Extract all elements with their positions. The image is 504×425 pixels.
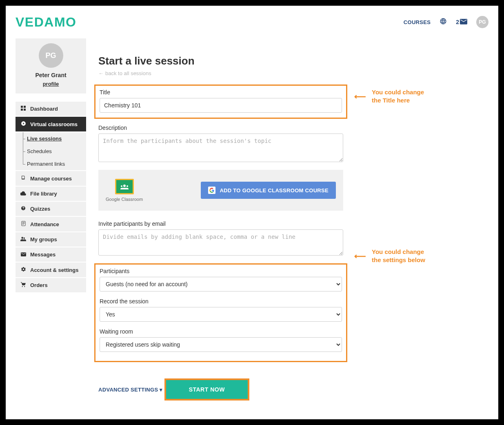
nav-virtual-classrooms[interactable]: Virtual classrooms [16, 117, 86, 132]
title-label: Title [100, 89, 342, 96]
nav-manage-courses[interactable]: Manage courses [16, 171, 86, 187]
settings-highlight: Participants Guests (no need for an acco… [94, 263, 347, 362]
mail-icon [460, 19, 467, 26]
cart-icon [20, 282, 26, 288]
invite-textarea[interactable] [98, 229, 343, 256]
main: Start a live session ← back to all sessi… [98, 38, 343, 401]
nav-quizzes[interactable]: Quizzes [16, 202, 86, 217]
nav-messages[interactable]: Messages [16, 247, 86, 263]
add-to-google-classroom-button[interactable]: ADD TO GOOGLE CLASSROOM COURSE [201, 182, 336, 199]
sub-nav: Live sessions Schedules Permanent links [16, 132, 86, 171]
mail-icon [20, 252, 26, 258]
svg-rect-2 [21, 109, 23, 111]
nav-attendance[interactable]: Attendance [16, 217, 86, 232]
topbar: VEDAMO COURSES 2 PG [16, 10, 488, 34]
user-avatar[interactable]: PG [476, 16, 488, 28]
svg-rect-0 [21, 106, 23, 108]
start-button-highlight: START NOW [164, 378, 249, 401]
nav: Dashboard Virtual classrooms Live sessio… [16, 102, 86, 293]
nav-label: Virtual classrooms [30, 121, 78, 127]
waiting-select[interactable]: Registered users skip waiting [100, 337, 342, 352]
sub-label: Permanent links [27, 161, 65, 167]
nav-orders[interactable]: Orders [16, 278, 86, 293]
caret-down-icon: ▾ [160, 387, 162, 393]
participants-select[interactable]: Guests (no need for an account) [100, 277, 342, 291]
sub-label: Schedules [27, 148, 52, 154]
description-textarea[interactable] [98, 134, 343, 162]
nav-label: Quizzes [30, 206, 50, 212]
nav-dashboard[interactable]: Dashboard [16, 102, 86, 117]
start-now-button[interactable]: START NOW [166, 380, 248, 399]
back-link[interactable]: ← back to all sessions [98, 70, 151, 76]
anno-line1: You could change [372, 88, 424, 96]
svg-point-8 [123, 185, 126, 187]
nav-label: Account & settings [30, 267, 78, 273]
brand-logo: VEDAMO [16, 15, 76, 30]
nav-label: Dashboard [30, 106, 58, 112]
sidebar: PG Peter Grant profile Dashboard Virtual… [16, 38, 86, 401]
sub-schedules[interactable]: Schedules [16, 145, 86, 158]
record-label: Record the session [100, 298, 342, 305]
anno-line2: the settings below [372, 256, 425, 264]
nav-label: My groups [30, 236, 57, 243]
arrow-left-icon: ← [98, 70, 104, 76]
advanced-settings-toggle[interactable]: ADVANCED SETTINGS ▾ [98, 387, 163, 393]
profile-avatar: PG [39, 43, 63, 68]
gc-logo-block: Google Classroom [106, 179, 143, 202]
play-circle-icon [20, 121, 26, 127]
dashboard-icon [20, 106, 26, 112]
svg-point-9 [121, 185, 122, 187]
participants-label: Participants [100, 268, 342, 274]
profile-card: PG Peter Grant profile [16, 38, 86, 93]
globe-icon[interactable] [440, 18, 447, 27]
record-select[interactable]: Yes [100, 307, 342, 322]
cloud-icon [20, 191, 26, 197]
question-icon [20, 206, 26, 212]
invite-label: Invite participants by email [98, 220, 343, 227]
waiting-label: Waiting room [100, 328, 342, 335]
profile-link[interactable]: profile [43, 81, 59, 87]
gc-caption: Google Classroom [106, 197, 143, 202]
title-highlight: Title [94, 85, 347, 119]
svg-point-10 [127, 185, 128, 187]
book-icon [20, 175, 26, 182]
gear-icon [20, 267, 26, 273]
sub-live-sessions[interactable]: Live sessions [16, 132, 86, 145]
adv-label: ADVANCED SETTINGS [98, 387, 158, 393]
nav-file-library[interactable]: File library [16, 187, 86, 202]
nav-label: Attendance [30, 221, 59, 227]
nav-my-groups[interactable]: My groups [16, 232, 86, 247]
gc-btn-label: ADD TO GOOGLE CLASSROOM COURSE [220, 187, 329, 194]
nav-label: Manage courses [30, 176, 72, 182]
google-classroom-panel: Google Classroom ADD TO GOOGLE CLASSROOM… [98, 170, 343, 211]
form: Title Description Google Classroom [98, 85, 343, 401]
nav-label: File library [30, 191, 57, 197]
annotation-title: You could change the Title here [372, 88, 424, 104]
anno-line2: the Title here [372, 96, 424, 105]
svg-rect-1 [24, 106, 26, 108]
back-text: back to all sessions [105, 70, 151, 76]
description-label: Description [98, 125, 343, 131]
nav-account-settings[interactable]: Account & settings [16, 263, 86, 278]
google-classroom-icon [115, 179, 134, 194]
profile-name: Peter Grant [20, 72, 82, 78]
page-title: Start a live session [98, 55, 343, 67]
arrow-left-icon: ⟵ [354, 91, 366, 101]
sub-label: Live sessions [27, 136, 62, 142]
courses-link[interactable]: COURSES [404, 19, 431, 25]
svg-rect-3 [24, 109, 26, 111]
sub-permanent-links[interactable]: Permanent links [16, 158, 86, 170]
notif-count: 2 [456, 19, 459, 25]
notifications[interactable]: 2 [456, 19, 467, 26]
anno-line1: You could change [372, 248, 425, 256]
nav-label: Orders [30, 282, 48, 288]
arrow-left-icon: ⟵ [354, 251, 366, 261]
title-input[interactable] [100, 98, 342, 113]
annotation-settings: You could change the settings below [372, 248, 425, 264]
document-icon [20, 221, 26, 227]
users-icon [20, 237, 26, 243]
nav-label: Messages [30, 251, 56, 258]
google-g-icon [208, 187, 215, 194]
topbar-right: COURSES 2 PG [404, 16, 488, 28]
